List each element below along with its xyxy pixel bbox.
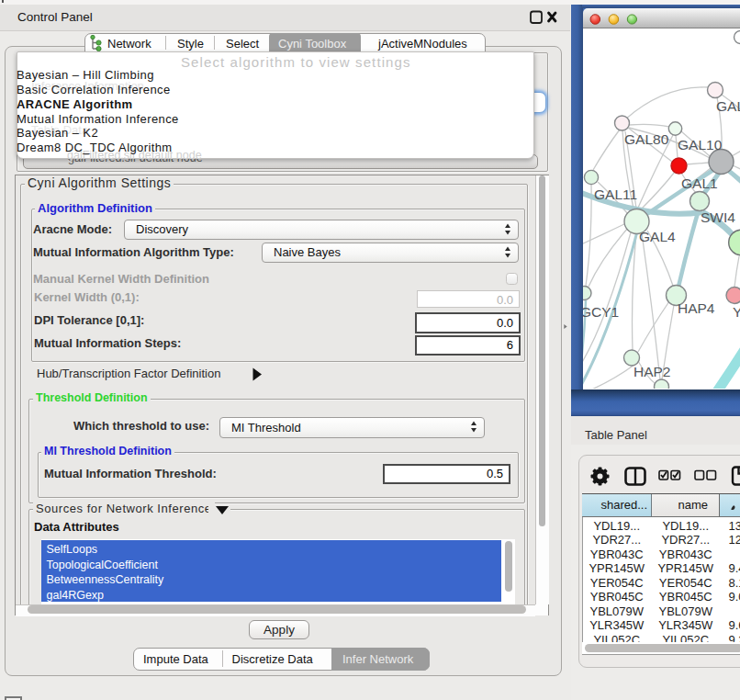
svg-text:GCY1: GCY1 [583, 304, 619, 320]
svg-text:GAL11: GAL11 [594, 186, 637, 202]
svg-text:GAL80: GAL80 [624, 131, 669, 147]
svg-text:SWI4: SWI4 [701, 209, 735, 225]
svg-text:YL: YL [733, 304, 740, 320]
svg-text:GAL10: GAL10 [678, 137, 723, 152]
svg-text:GAL4: GAL4 [639, 229, 676, 244]
svg-text:GAL2: GAL2 [716, 98, 740, 114]
svg-text:HAP4: HAP4 [678, 300, 715, 316]
svg-text:HAP2: HAP2 [633, 364, 671, 379]
svg-text:GAL1: GAL1 [681, 175, 718, 191]
